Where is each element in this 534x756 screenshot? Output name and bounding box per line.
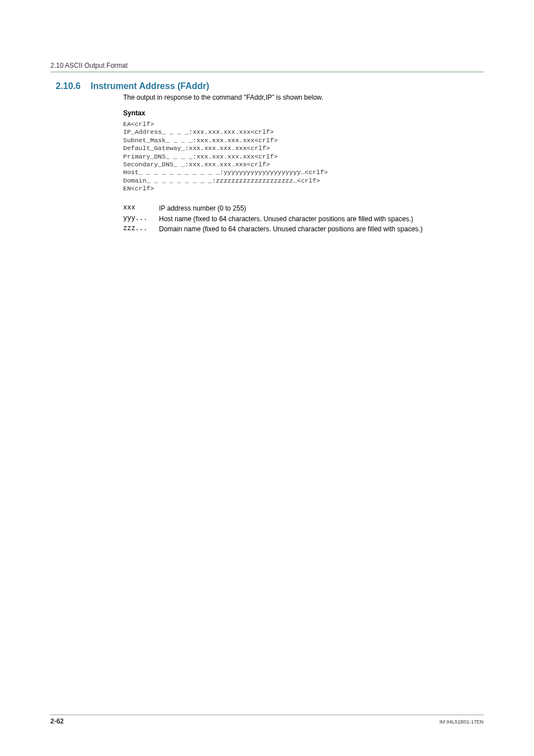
definition-term: yyy... [123, 214, 159, 223]
syntax-label: Syntax [123, 109, 484, 117]
intro-text: The output in response to the command "F… [123, 94, 484, 101]
definition-row: xxx IP address number (0 to 255) [123, 204, 484, 213]
definition-desc: IP address number (0 to 255) [159, 204, 484, 213]
definition-row: zzz... Domain name (fixed to 64 characte… [123, 225, 484, 234]
definition-term: xxx [123, 204, 159, 213]
breadcrumb: 2.10 ASCII Output Format [50, 62, 484, 72]
page-number: 2-62 [50, 717, 64, 725]
doc-id: IM 04L51B01-17EN [439, 719, 484, 725]
page-footer: 2-62 IM 04L51B01-17EN [50, 715, 484, 725]
definition-desc: Host name (fixed to 64 characters. Unuse… [159, 214, 484, 223]
definition-term: zzz... [123, 225, 159, 234]
syntax-code-block: EA<crlf> IP_Address_ _ _ _:xxx.xxx.xxx.x… [123, 120, 484, 193]
section-title: Instrument Address (FAddr) [91, 81, 209, 91]
section-number: 2.10.6 [50, 81, 91, 91]
definition-row: yyy... Host name (fixed to 64 characters… [123, 214, 484, 223]
definition-desc: Domain name (fixed to 64 characters. Unu… [159, 225, 484, 234]
section-heading: 2.10.6 Instrument Address (FAddr) [50, 81, 484, 91]
